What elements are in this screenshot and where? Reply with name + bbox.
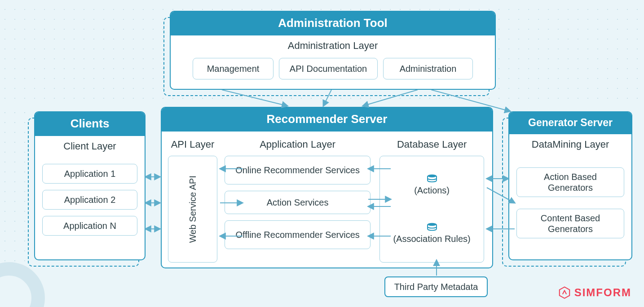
db-rules-label: (Association Rules) [393,234,470,244]
db-actions-label: (Actions) [414,185,450,195]
bg-ring [0,262,45,307]
svg-point-1 [428,223,437,226]
database-icon [427,174,437,183]
recommender-title: Recommender Server [162,108,492,132]
brand-logo: SIMFORM [558,286,631,299]
recommender-panel: Recommender Server API Layer Web Service… [161,107,493,268]
db-actions-group: (Actions) [414,174,450,196]
admin-items: Management API Documentation Administrat… [171,55,495,86]
api-box: Web Service API [168,156,217,263]
admin-item-administration: Administration [383,58,473,79]
app-offline-rec: Offline Recommender Services [225,220,371,249]
admin-item-apidoc: API Documentation [279,58,378,79]
admin-item-management: Management [193,58,273,79]
generator-layer-label: DataMining Layer [509,134,631,154]
app-action-svc: Action Services [225,191,371,214]
client-app-n: Application N [42,216,137,236]
clients-layer-label: Client Layer [35,136,145,156]
bg-dots-left [0,108,27,265]
api-layer-label: API Layer [168,134,217,154]
clients-panel: Clients Client Layer Application 1 Appli… [34,111,146,260]
third-party-box: Third Party Metadata [384,276,488,297]
clients-title: Clients [35,112,145,136]
client-app-2: Application 2 [42,190,137,210]
generator-panel: Generator Server DataMining Layer Action… [508,111,632,260]
db-box: (Actions) (Association Rules) [379,156,484,263]
admin-layer-label: Administration Layer [171,35,495,55]
app-online-rec: Online Recommender Services [225,156,371,184]
brand-text: SIMFORM [574,286,631,299]
gen-action-based: Action Based Generators [516,167,624,197]
generator-title: Generator Server [509,112,631,134]
admin-title: Administration Tool [171,12,495,35]
db-layer-label: Database Layer [378,134,486,154]
app-layer-label: Application Layer [222,134,373,154]
database-icon [427,223,437,232]
client-app-1: Application 1 [42,164,137,184]
admin-panel: Administration Tool Administration Layer… [170,11,496,90]
brand-icon [558,286,571,299]
db-rules-group: (Association Rules) [393,223,470,244]
gen-content-based: Content Based Generators [516,209,624,238]
svg-point-0 [428,175,437,177]
